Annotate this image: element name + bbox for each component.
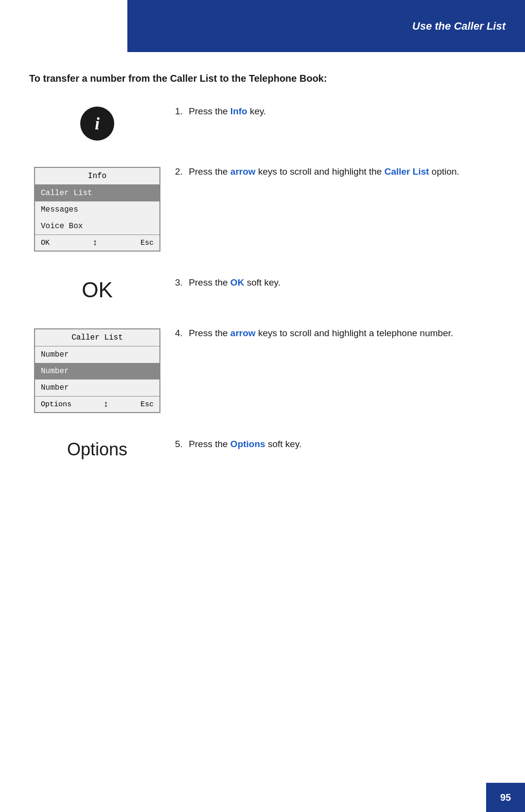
options-large-text: Options [67, 439, 127, 460]
phone-screen-2-item-2: Number [35, 379, 159, 396]
step-2-row: Info Caller List Messages Voice Box OK ↕… [29, 165, 496, 252]
step-4-right: 4. Press the arrow keys to scroll and hi… [165, 326, 496, 341]
info-icon: i [80, 107, 114, 141]
phone-screen-2-footer: Options ↕ Esc [35, 396, 159, 412]
phone-screen-2-arrow-icon: ↕ [104, 399, 109, 409]
ok-large-text: OK [82, 278, 113, 302]
step-2-highlight-arrow: arrow [230, 166, 256, 177]
phone-screen-2-footer-options: Options [41, 400, 71, 409]
step-1-highlight-info: Info [230, 106, 247, 116]
phone-screen-1-footer-esc: Esc [140, 239, 154, 247]
step-4-row: Caller List Number Number Number Options… [29, 326, 496, 413]
phone-screen-1-footer: OK ↕ Esc [35, 235, 159, 251]
step-2-highlight-callerlist: Caller List [385, 166, 429, 177]
phone-screen-1-item-2: Voice Box [35, 218, 159, 235]
step-3-right: 3. Press the OK soft key. [165, 276, 496, 290]
step-5-left: Options [29, 437, 165, 460]
step-3-number: 3. [175, 277, 183, 288]
step-2-left: Info Caller List Messages Voice Box OK ↕… [29, 165, 165, 252]
step-3-highlight-ok: OK [230, 277, 245, 288]
step-2-right: 2. Press the arrow keys to scroll and hi… [165, 165, 496, 179]
phone-screen-2-footer-esc: Esc [140, 400, 154, 409]
step-4-number: 4. [175, 328, 183, 338]
step-1-left: i [29, 105, 165, 141]
phone-screen-1-item-0: Caller List [35, 185, 159, 201]
step-4-left: Caller List Number Number Number Options… [29, 326, 165, 413]
step-5-text: Press the Options soft key. [189, 439, 301, 449]
phone-screen-1-item-1: Messages [35, 201, 159, 218]
page-number-box: 95 [486, 783, 525, 812]
step-1-right: 1. Press the Info key. [165, 105, 496, 119]
step-4-text: Press the arrow keys to scroll and highl… [189, 328, 453, 338]
phone-screen-2: Caller List Number Number Number Options… [34, 328, 160, 413]
phone-screen-2-title: Caller List [35, 329, 159, 346]
step-2-text: Press the arrow keys to scroll and highl… [189, 166, 459, 177]
step-1-row: i 1. Press the Info key. [29, 105, 496, 141]
step-5-row: Options 5. Press the Options soft key. [29, 437, 496, 460]
main-content: To transfer a number from the Caller Lis… [29, 52, 496, 783]
step-5-right: 5. Press the Options soft key. [165, 437, 496, 451]
page-number: 95 [500, 792, 511, 803]
phone-screen-1-title: Info [35, 168, 159, 185]
step-1-number: 1. [175, 106, 183, 116]
header-title: Use the Caller List [412, 20, 506, 33]
phone-screen-2-item-1: Number [35, 363, 159, 379]
step-4-highlight-arrow: arrow [230, 328, 256, 338]
step-3-left: OK [29, 276, 165, 302]
phone-screen-1: Info Caller List Messages Voice Box OK ↕… [34, 167, 160, 252]
phone-screen-1-arrow-icon: ↕ [92, 238, 98, 248]
step-3-row: OK 3. Press the OK soft key. [29, 276, 496, 302]
step-5-highlight-options: Options [230, 439, 265, 449]
step-5-number: 5. [175, 439, 183, 449]
step-3-text: Press the OK soft key. [189, 277, 280, 288]
header-bar: Use the Caller List [127, 0, 525, 52]
step-2-number: 2. [175, 166, 183, 177]
section-heading: To transfer a number from the Caller Lis… [29, 72, 496, 85]
phone-screen-1-footer-ok: OK [41, 239, 50, 247]
phone-screen-2-item-0: Number [35, 346, 159, 363]
step-1-text: Press the Info key. [189, 106, 266, 116]
